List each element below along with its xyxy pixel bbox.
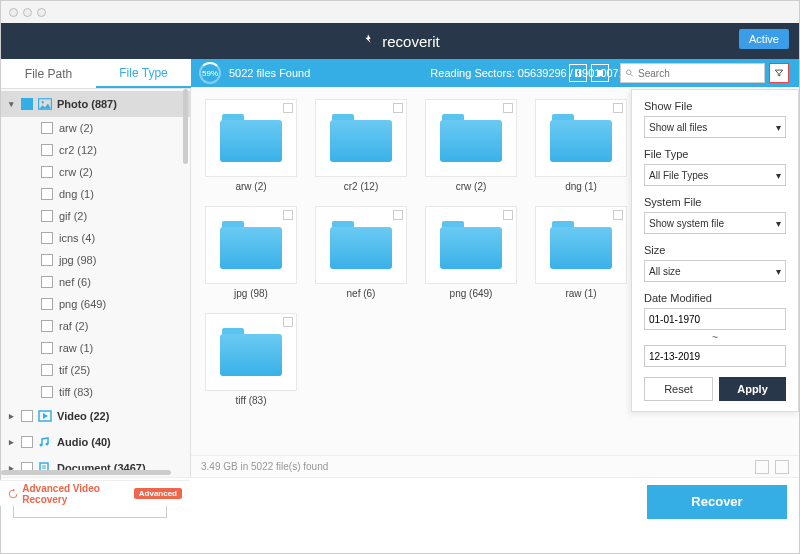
checkbox[interactable] [41,232,53,244]
folder-label: dng (1) [565,181,597,192]
tree-child-label: dng (1) [59,188,94,200]
checkbox[interactable] [283,103,293,113]
folder-label: raw (1) [565,288,596,299]
category-label: Photo (887) [57,98,117,110]
checkbox[interactable] [41,122,53,134]
tree-child[interactable]: arw (2) [1,117,190,139]
chevron-down-icon: ▾ [776,266,781,277]
tree-child[interactable]: tiff (83) [1,381,190,403]
checkbox[interactable] [613,103,623,113]
checkbox[interactable] [393,103,403,113]
tree-child[interactable]: jpg (98) [1,249,190,271]
info-text: 3.49 GB in 5022 file(s) found [201,461,328,472]
checkbox[interactable] [41,166,53,178]
traffic-light-max[interactable] [37,8,46,17]
tree-child[interactable]: tif (25) [1,359,190,381]
sidebar-h-scrollbar[interactable] [1,470,171,475]
folder-item[interactable]: arw (2) [205,99,297,192]
checkbox[interactable] [41,276,53,288]
folder-label: png (649) [450,288,493,299]
checkbox[interactable] [613,210,623,220]
tab-file-type[interactable]: File Type [96,59,191,88]
tree-child[interactable]: cr2 (12) [1,139,190,161]
audio-icon [37,435,53,449]
tree-child[interactable]: nef (6) [1,271,190,293]
svg-point-3 [627,70,632,75]
checkbox[interactable] [21,436,33,448]
tree-child[interactable]: dng (1) [1,183,190,205]
folder-item[interactable]: dng (1) [535,99,627,192]
stop-button[interactable] [591,64,609,82]
folder-item[interactable]: cr2 (12) [315,99,407,192]
svg-line-4 [631,74,633,76]
checkbox[interactable] [41,298,53,310]
folder-item[interactable]: raw (1) [535,206,627,299]
filter-reset-button[interactable]: Reset [644,377,713,401]
folder-item[interactable]: nef (6) [315,206,407,299]
folder-label: cr2 (12) [344,181,378,192]
checkbox[interactable] [503,210,513,220]
folder-thumb [425,99,517,177]
tree-child[interactable]: gif (2) [1,205,190,227]
checkbox[interactable] [393,210,403,220]
checkbox[interactable] [21,410,33,422]
checkbox[interactable] [283,210,293,220]
advanced-video-recovery[interactable]: Advanced Video Recovery Advanced [0,480,190,506]
category-audio[interactable]: ▸Audio (40) [1,429,190,455]
tree-child-label: tif (25) [59,364,90,376]
category-label: Video (22) [57,410,109,422]
tab-file-path[interactable]: File Path [1,59,96,88]
tree-child[interactable]: crw (2) [1,161,190,183]
search-box[interactable] [620,63,765,83]
category-video[interactable]: ▸Video (22) [1,403,190,429]
filter-systemfile-select[interactable]: Show system file▾ [644,212,786,234]
checkbox[interactable] [41,364,53,376]
view-grid-button[interactable] [755,460,769,474]
sidebar-scrollbar[interactable] [183,89,188,164]
folder-icon [440,114,502,162]
svg-rect-0 [575,69,577,77]
tree-child[interactable]: raf (2) [1,315,190,337]
tree-child[interactable]: png (649) [1,293,190,315]
filter-showfile-select[interactable]: Show all files▾ [644,116,786,138]
svg-rect-2 [597,70,603,76]
tree-child-label: icns (4) [59,232,95,244]
checkbox[interactable] [41,188,53,200]
checkbox[interactable] [41,210,53,222]
checkbox[interactable] [41,342,53,354]
filter-filetype-select[interactable]: All File Types▾ [644,164,786,186]
recover-button[interactable]: Recover [647,485,787,519]
folder-item[interactable]: crw (2) [425,99,517,192]
tree-child-label: arw (2) [59,122,93,134]
brand-logo: recoverit [360,33,440,50]
active-badge[interactable]: Active [739,29,789,49]
folder-item[interactable]: jpg (98) [205,206,297,299]
filter-date-to[interactable] [644,345,786,367]
category-label: Audio (40) [57,436,111,448]
tree-child-label: nef (6) [59,276,91,288]
filter-size-label: Size [644,244,786,256]
checkbox[interactable] [283,317,293,327]
filter-size-select[interactable]: All size▾ [644,260,786,282]
traffic-light-close[interactable] [9,8,18,17]
checkbox[interactable] [503,103,513,113]
chevron-down-icon: ▾ [776,218,781,229]
pause-button[interactable] [569,64,587,82]
search-input[interactable] [638,68,760,79]
folder-item[interactable]: tiff (83) [205,313,297,406]
folder-item[interactable]: png (649) [425,206,517,299]
filter-date-from[interactable] [644,308,786,330]
checkbox[interactable] [41,386,53,398]
tree-child[interactable]: icns (4) [1,227,190,249]
checkbox[interactable] [41,320,53,332]
checkbox[interactable] [41,254,53,266]
checkbox[interactable] [41,144,53,156]
category-photo[interactable]: ▾ Photo (887) [1,91,190,117]
tree-child[interactable]: raw (1) [1,337,190,359]
filter-toggle-button[interactable] [769,63,789,83]
traffic-light-min[interactable] [23,8,32,17]
checkbox[interactable] [21,98,33,110]
filter-apply-button[interactable]: Apply [719,377,786,401]
view-list-button[interactable] [775,460,789,474]
image-icon [37,97,53,111]
